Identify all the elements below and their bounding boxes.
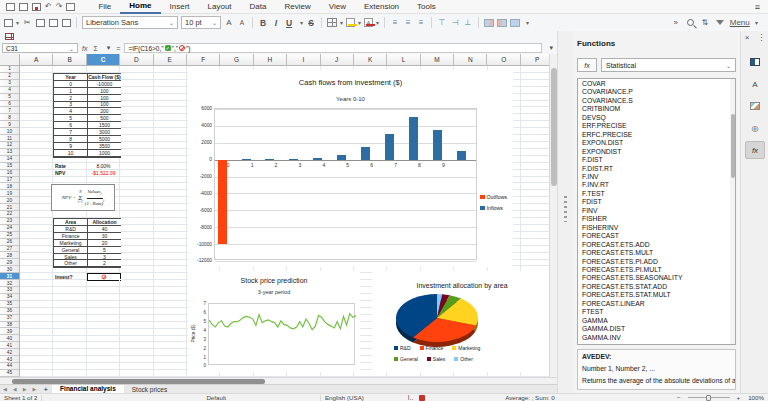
gallery-tab-icon[interactable] (745, 97, 765, 115)
function-list-scrollbar[interactable] (730, 79, 735, 344)
bar-year-8[interactable] (409, 117, 418, 159)
autofilter-icon[interactable] (716, 20, 724, 25)
sidebar-settings-icon[interactable]: ⋮ (757, 33, 765, 42)
rate-value[interactable]: 8.00% (87, 163, 120, 170)
row-header-5[interactable]: 5 (0, 94, 20, 101)
row-header-40[interactable]: 40 (0, 335, 20, 342)
row-header-19[interactable]: 19 (0, 190, 20, 197)
menu-tab-data[interactable]: Data (241, 0, 276, 14)
allocation-cell[interactable]: R&D (54, 226, 87, 233)
function-item-expondist[interactable]: EXPONDIST (582, 148, 735, 156)
equals-icon[interactable]: = (114, 45, 122, 52)
allocation-cell[interactable]: 20 (88, 240, 121, 247)
cashflow-cell[interactable]: 3000 (88, 129, 121, 136)
align-left-button[interactable]: ≡ (390, 16, 400, 29)
bar-year-4[interactable] (313, 158, 322, 160)
row-header-37[interactable]: 37 (0, 315, 20, 322)
horizontal-scrollbar[interactable] (0, 377, 557, 384)
name-box[interactable]: C31⌄ (2, 43, 78, 53)
font-color-button[interactable]: A▾ (364, 16, 379, 29)
align-center-button[interactable]: ≡ (403, 16, 413, 29)
function-item-forecast.ets.pi.mult[interactable]: FORECAST.ETS.PI.MULT (582, 266, 735, 274)
underline-dropdown-icon[interactable]: ▾ (300, 19, 303, 26)
row-header-30[interactable]: 30 (0, 266, 20, 273)
row-header-21[interactable]: 21 (0, 204, 20, 211)
align-bottom-button[interactable]: ⊥ (463, 16, 473, 29)
bar-year-2[interactable] (265, 159, 274, 160)
allocation-cell[interactable]: Sales (54, 254, 87, 261)
zoom-level[interactable]: 100% (744, 394, 768, 401)
column-header-C[interactable]: C (87, 54, 120, 66)
highlight-color-button[interactable]: ▾ (346, 16, 361, 29)
menu-tab-extension[interactable]: Extension (355, 0, 408, 14)
language[interactable]: English (USA) (321, 394, 368, 401)
cashflow-cell[interactable]: 8 (54, 136, 87, 143)
row-header-35[interactable]: 35 (0, 301, 20, 308)
row-header-43[interactable]: 43 (0, 356, 20, 363)
function-item-devsq[interactable]: DEVSQ (582, 114, 735, 122)
row-header-39[interactable]: 39 (0, 328, 20, 335)
function-item-erf.precise[interactable]: ERF.PRECISE (582, 122, 735, 130)
align-top-button[interactable]: ⊤ (437, 16, 447, 29)
function-item-gamma.inv[interactable]: GAMMA.INV (582, 334, 735, 342)
row-header-8[interactable]: 8 (0, 114, 20, 121)
row-header-27[interactable]: 27 (0, 246, 20, 253)
cashflow-cell[interactable]: 7 (54, 129, 87, 136)
undo-icon[interactable]: ↶ (45, 3, 52, 11)
next-sheet-icon[interactable]: ▶ (20, 386, 30, 392)
cashflow-cell[interactable]: 100 (88, 102, 121, 109)
cashflow-cell[interactable]: -10000 (88, 81, 121, 88)
cashflow-cell[interactable]: 100 (88, 95, 121, 102)
column-header-L[interactable]: L (387, 54, 420, 66)
function-item-forecast.ets.mult[interactable]: FORECAST.ETS.MULT (582, 249, 735, 257)
insert-mode-icon[interactable]: I.. (408, 394, 413, 401)
menu-tab-view[interactable]: View (320, 0, 355, 14)
allocation-cell[interactable]: Marketing (54, 240, 87, 247)
allocation-cell[interactable]: 40 (88, 226, 121, 233)
row-header-16[interactable]: 16 (0, 170, 20, 177)
category-select[interactable]: Statistical⌄ (601, 58, 736, 72)
row-header-31[interactable]: 31 (0, 273, 20, 280)
sort-icon[interactable]: ⇅ (700, 16, 710, 29)
cashflow-cell[interactable]: 5000 (88, 136, 121, 143)
cashflow-table[interactable]: YearCash Flow ($)0-100001100210031004200… (53, 73, 121, 158)
npv-formula-object[interactable]: NPV = NΣi=1 Valuesi (1+Rate)i (51, 184, 115, 211)
cashflow-cell[interactable]: 200 (88, 108, 121, 115)
row-header-18[interactable]: 18 (0, 183, 20, 190)
cashflow-cell[interactable]: 9 (54, 143, 87, 150)
npv-label[interactable]: NPV (54, 170, 86, 177)
row-header-26[interactable]: 26 (0, 239, 20, 246)
row-header-24[interactable]: 24 (0, 225, 20, 232)
align-middle-button[interactable]: ⊣ (450, 16, 460, 29)
row-header-22[interactable]: 22 (0, 211, 20, 218)
unmerge-cells-button[interactable] (510, 16, 520, 29)
rate-label[interactable]: Rate (54, 163, 86, 170)
row-header-6[interactable]: 6 (0, 101, 20, 108)
redo-icon[interactable]: ↷ (56, 3, 63, 11)
formula-input[interactable]: =IF(C16>0,"✓","") (124, 43, 542, 53)
shrink-font-button[interactable]: A (237, 16, 247, 29)
function-item-expon.dist[interactable]: EXPON.DIST (582, 139, 735, 147)
row-header-38[interactable]: 38 (0, 322, 20, 329)
cashflow-cell[interactable]: 4 (54, 108, 87, 115)
row-header-36[interactable]: 36 (0, 308, 20, 315)
search-icon[interactable] (687, 19, 694, 26)
allocation-cell[interactable]: 2 (88, 260, 121, 267)
paste-button[interactable]: ▾ (4, 16, 19, 29)
row-header-3[interactable]: 3 (0, 80, 20, 87)
row-header-44[interactable]: 44 (0, 363, 20, 370)
hamburger-icon[interactable]: ≡ (747, 2, 768, 12)
grid-lines-icon[interactable] (5, 33, 14, 40)
stock-line-chart[interactable]: Stock price prediction 3-year period Pri… (188, 271, 360, 372)
function-item-f.dist[interactable]: F.DIST (582, 156, 735, 164)
font-size-select[interactable]: 10 pt⌄ (181, 16, 221, 29)
allocation-cell[interactable]: 5 (88, 247, 121, 254)
column-header-I[interactable]: I (287, 54, 320, 66)
column-header-J[interactable]: J (321, 54, 354, 66)
row-header-20[interactable]: 20 (0, 197, 20, 204)
row-header-9[interactable]: 9 (0, 121, 20, 128)
cashflow-bar-chart[interactable]: Cash flows from investment ($) Years 0-1… (188, 70, 513, 267)
row-header-25[interactable]: 25 (0, 232, 20, 239)
bar-year-3[interactable] (289, 159, 298, 160)
function-item-forecast.linear[interactable]: FORECAST.LINEAR (582, 300, 735, 308)
